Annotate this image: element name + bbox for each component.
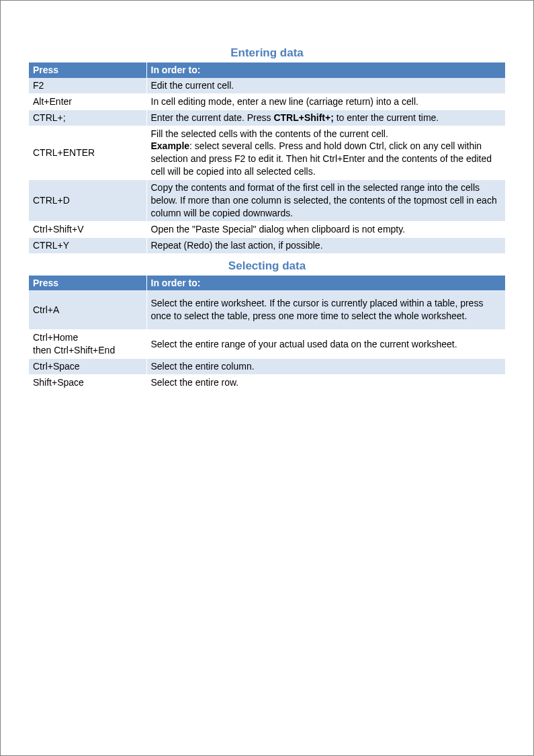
cell-desc: Edit the current cell.	[146, 78, 505, 93]
cell-desc: In cell editing mode, enter a new line (…	[146, 93, 505, 110]
table-row: CTRL+; Enter the current date. Press CTR…	[29, 110, 505, 126]
text-line: Fill the selected cells with the content…	[151, 128, 503, 140]
cell-desc: Select the entire column.	[146, 359, 505, 375]
table-row: Ctrl+Home then Ctrl+Shift+End Select the…	[29, 330, 505, 359]
cell-desc: Select the entire worksheet. If the curs…	[146, 290, 505, 329]
section-title-selecting-data: Selecting data	[29, 259, 505, 273]
cell-press: Alt+Enter	[29, 93, 146, 110]
cell-desc: Enter the current date. Press CTRL+Shift…	[146, 110, 505, 126]
header-press: Press	[29, 276, 146, 291]
table-header-row: Press In order to:	[29, 62, 505, 78]
text: to enter the current time.	[334, 112, 439, 123]
table-row: Ctrl+A Select the entire worksheet. If t…	[29, 290, 505, 329]
header-desc: In order to:	[146, 62, 505, 78]
header-press: Press	[29, 62, 146, 78]
text: Enter the current date. Press	[151, 112, 274, 123]
cell-press: CTRL+;	[29, 110, 146, 126]
cell-press: Shift+Space	[29, 374, 146, 390]
table-row: Ctrl+Space Select the entire column.	[29, 359, 505, 375]
section-title-entering-data: Entering data	[29, 46, 505, 60]
cell-desc: Open the "Paste Special" dialog when cli…	[146, 221, 505, 237]
table-row: F2 Edit the current cell.	[29, 78, 505, 93]
cell-press: Ctrl+Shift+V	[29, 221, 146, 237]
cell-desc: Copy the contents and format of the firs…	[146, 180, 505, 222]
table-header-row: Press In order to:	[29, 276, 505, 291]
table-row: Alt+Enter In cell editing mode, enter a …	[29, 93, 505, 110]
cell-desc: Select the entire row.	[146, 374, 505, 390]
table-row: Ctrl+Shift+V Open the "Paste Special" di…	[29, 221, 505, 237]
cell-desc: Repeat (Redo) the last action, if possib…	[146, 237, 505, 253]
text: : select several cells. Press and hold d…	[151, 140, 492, 177]
cell-press: CTRL+Y	[29, 237, 146, 253]
text-line: Ctrl+Home	[33, 331, 144, 344]
cell-press: F2	[29, 78, 146, 93]
table-row: CTRL+ENTER Fill the selected cells with …	[29, 126, 505, 180]
cell-desc: Select the entire range of your actual u…	[146, 330, 505, 359]
header-desc: In order to:	[146, 276, 505, 291]
table-row: Shift+Space Select the entire row.	[29, 374, 505, 390]
table-row: CTRL+D Copy the contents and format of t…	[29, 180, 505, 222]
cell-desc: Fill the selected cells with the content…	[146, 126, 505, 180]
cell-press: CTRL+D	[29, 180, 146, 222]
cell-press: Ctrl+Home then Ctrl+Shift+End	[29, 330, 146, 359]
cell-press: Ctrl+Space	[29, 359, 146, 375]
text-bold: CTRL+Shift+;	[273, 112, 333, 123]
table-entering-data: Press In order to: F2 Edit the current c…	[29, 62, 505, 254]
text-line: then Ctrl+Shift+End	[33, 344, 144, 357]
table-selecting-data: Press In order to: Ctrl+A Select the ent…	[29, 276, 505, 391]
cell-press: CTRL+ENTER	[29, 126, 146, 180]
text-bold: Example	[151, 140, 190, 151]
cell-press: Ctrl+A	[29, 290, 146, 329]
page: Entering data Press In order to: F2 Edit…	[0, 0, 534, 756]
text-line: Example: select several cells. Press and…	[151, 140, 503, 178]
table-row: CTRL+Y Repeat (Redo) the last action, if…	[29, 237, 505, 253]
